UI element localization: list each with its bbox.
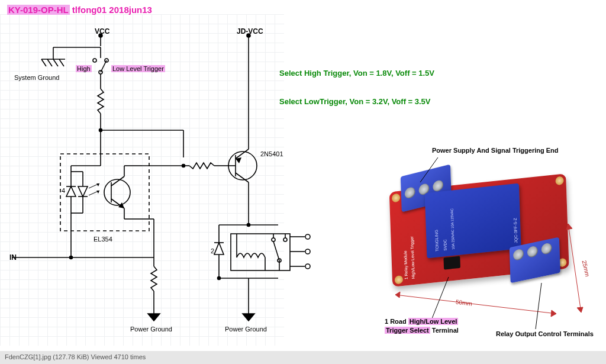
footer: FdenCZG[1].jpg (127.78 KiB) Viewed 4710 … [0, 351, 606, 364]
svg-marker-22 [78, 186, 88, 197]
diagram-title: KY-019-OP-HL tlfong01 2018jun13 [7, 5, 152, 15]
screw-icon [541, 242, 552, 255]
label-pin2: 2 [211, 247, 214, 255]
label-output-terminals: Relay Output Control Terminals [496, 330, 594, 337]
relay-photo: Power Supply And Signal Triggering End T… [385, 147, 598, 348]
label-sys-gnd: System Ground [14, 74, 59, 81]
svg-rect-76 [231, 234, 290, 270]
label-jumper: 1 Road High/Low Level Trigger Select Ter… [385, 317, 459, 336]
svg-line-2 [41, 59, 46, 66]
schematic-svg [6, 24, 367, 343]
svg-line-62 [236, 173, 249, 182]
schematic: VCC JD-VCC System Ground High Low Level … [6, 24, 367, 343]
relay-model: JQC-3FF-S-Z [513, 218, 518, 243]
svg-line-4 [53, 59, 58, 66]
svg-point-79 [272, 238, 275, 241]
svg-marker-27 [96, 183, 99, 186]
svg-line-82 [273, 241, 279, 260]
svg-line-36 [111, 176, 124, 186]
svg-line-5 [59, 59, 64, 66]
svg-marker-96 [551, 310, 556, 317]
label-vcc: VCC [95, 27, 109, 36]
svg-point-80 [283, 238, 287, 241]
footer-viewed: Viewed 4710 times [91, 353, 146, 360]
title-highlight: KY-019-OP-HL [7, 5, 70, 15]
label-in: IN [9, 253, 17, 262]
diagram-canvas: KY-019-OP-HL tlfong01 2018jun13 Select H… [0, 0, 606, 352]
footer-size: (127.78 KiB) [53, 353, 89, 360]
svg-line-13 [101, 60, 107, 72]
svg-marker-69 [214, 243, 224, 255]
label-el354: EL354 [94, 236, 112, 243]
screw-icon [513, 248, 524, 261]
svg-point-10 [93, 59, 96, 62]
dim-25mm: 25mm [581, 260, 591, 277]
svg-line-60 [236, 149, 249, 159]
svg-line-94 [395, 295, 556, 314]
relay-dc: 5VDC [443, 239, 447, 250]
relay-body: TONGLING 10A 250VAC 10A 125VAC 5VDC JQC-… [425, 183, 521, 259]
label-low-trigger: Low Level Trigger [111, 65, 165, 72]
svg-marker-75 [243, 314, 254, 321]
title-rest: tlfong01 2018jun13 [70, 5, 152, 15]
label-high: High [76, 65, 92, 72]
screw-icon [433, 179, 443, 192]
label-power-ground-2: Power Ground [225, 326, 267, 333]
label-pin4: 4 [62, 187, 65, 194]
relay-brand: TONGLING [434, 230, 439, 252]
pcb: TONGLING 10A 250VAC 10A 125VAC 5VDC JQC-… [389, 172, 582, 299]
jumper [443, 256, 460, 270]
dim-50mm: 50mm [455, 298, 472, 307]
footer-filename: FdenCZG[1].jpg [5, 353, 51, 360]
svg-marker-29 [96, 191, 99, 194]
label-2n5401: 2N5401 [260, 150, 283, 157]
svg-marker-99 [577, 307, 583, 313]
label-power-signal-end: Power Supply And Signal Triggering End [432, 147, 559, 154]
svg-point-89 [305, 234, 310, 239]
label-power-ground-1: Power Ground [130, 326, 172, 333]
svg-point-93 [70, 256, 73, 259]
svg-marker-54 [148, 314, 160, 321]
svg-line-3 [47, 59, 52, 66]
screw-icon [527, 245, 538, 258]
svg-marker-30 [66, 186, 76, 197]
svg-point-34 [104, 179, 130, 205]
label-jdvcc: JD-VCC [237, 27, 263, 36]
screw-icon [404, 186, 415, 199]
relay-rating: 10A 250VAC 10A 125VAC [450, 208, 455, 250]
svg-point-90 [305, 249, 310, 254]
svg-point-91 [305, 264, 310, 269]
svg-line-102 [536, 283, 541, 329]
output-screws [513, 242, 552, 261]
